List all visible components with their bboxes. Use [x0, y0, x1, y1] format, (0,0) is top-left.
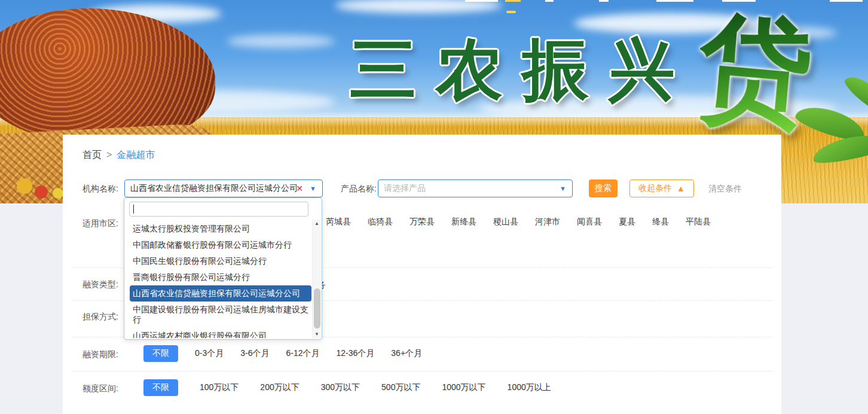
term-option[interactable]: 36+个月	[391, 348, 422, 359]
amount-option[interactable]: 1000万以下	[442, 382, 485, 393]
region-label: 适用市区:	[82, 218, 118, 229]
breadcrumb-separator: >	[106, 150, 112, 160]
dropdown-scrollbar[interactable]: ▲ ▼	[312, 220, 321, 338]
org-select[interactable]: 山西省农业信贷融资担保有限公司运城分公司 ✕ ▼	[124, 179, 323, 197]
region-option[interactable]: 闻喜县	[577, 217, 602, 227]
amount-option[interactable]: 300万以下	[321, 382, 360, 393]
scroll-down-icon[interactable]: ▼	[313, 331, 321, 337]
triangle-up-icon: ▲	[677, 184, 685, 193]
region-option[interactable]: 芮城县	[326, 217, 351, 227]
scroll-up-icon[interactable]: ▲	[313, 221, 321, 226]
top-nav-active-underline	[506, 11, 516, 13]
region-option[interactable]: 稷山县	[493, 217, 518, 227]
scrollbar-thumb[interactable]	[314, 288, 320, 328]
breadcrumb-current[interactable]: 金融超市	[117, 150, 155, 160]
dropdown-option-list: 运城太行股权投资管理有限公司中国邮政储蓄银行股份有限公司运城市分行中国民生银行股…	[124, 220, 311, 338]
region-options: 芮城县临猗县万荣县新绛县稷山县河津市闻喜县夏县绛县平陆县	[326, 217, 711, 227]
chevron-down-icon[interactable]: ▼	[560, 185, 566, 192]
collapse-conditions-label: 收起条件	[638, 183, 672, 194]
dropdown-option[interactable]: 中国邮政储蓄银行股份有限公司运城市分行	[130, 237, 311, 253]
financing-type-label: 融资类型:	[82, 279, 118, 290]
amount-options: 不限100万以下200万以下300万以下500万以下1000万以下1000万以上	[143, 379, 551, 396]
amount-option-selected[interactable]: 不限	[143, 379, 178, 396]
amount-option[interactable]: 200万以下	[260, 382, 299, 393]
amount-option[interactable]: 100万以下	[200, 382, 239, 393]
amount-option[interactable]: 1000万以上	[508, 382, 551, 393]
dropdown-option[interactable]: 山西运城农村商业银行股份有限公司	[130, 328, 311, 338]
top-nav-item-clipped-active[interactable]	[505, 0, 521, 2]
term-option-selected[interactable]: 不限	[143, 345, 178, 362]
dropdown-option[interactable]: 晋商银行股份有限公司运城分行	[130, 269, 311, 285]
region-option[interactable]: 新绛县	[451, 217, 476, 227]
region-option[interactable]: 万荣县	[409, 217, 435, 227]
clear-conditions-button[interactable]: 清空条件	[708, 184, 742, 194]
top-nav-item-clipped[interactable]	[656, 0, 693, 2]
fruit-decoration	[17, 178, 32, 194]
financing-term-label: 融资期限:	[82, 349, 118, 360]
dropdown-option[interactable]: 中国民生银行股份有限公司运城分行	[130, 253, 311, 269]
top-nav-item-clipped[interactable]	[465, 0, 498, 2]
guarantee-method-label: 担保方式:	[82, 312, 118, 322]
top-nav-item-clipped[interactable]	[545, 0, 554, 2]
filter-card: 首页>金融超市 机构名称: 山西省农业信贷融资担保有限公司运城分公司 ✕ ▼ 产…	[63, 135, 781, 414]
org-name-label: 机构名称:	[82, 184, 118, 194]
dropdown-option[interactable]: 中国建设银行股份有限公司运城住房城市建设支行	[130, 302, 311, 328]
term-option[interactable]: 6-12个月	[286, 348, 319, 359]
text-caret	[133, 205, 134, 214]
collapse-conditions-button[interactable]: 收起条件 ▲	[629, 179, 694, 197]
top-nav-item-clipped[interactable]	[830, 0, 863, 2]
search-button[interactable]: 搜索	[589, 179, 618, 197]
breadcrumb-home[interactable]: 首页	[82, 150, 102, 160]
breadcrumb: 首页>金融超市	[82, 149, 155, 162]
org-select-value: 山西省农业信贷融资担保有限公司运城分公司	[130, 183, 307, 194]
row-divider	[72, 371, 772, 372]
top-nav-item-clipped[interactable]	[722, 0, 756, 2]
term-options: 不限0-3个月3-6个月6-12个月12-36个月36+个月	[143, 345, 422, 362]
product-select[interactable]: 请选择产品 ▼	[378, 179, 573, 197]
product-select-placeholder: 请选择产品	[384, 183, 557, 194]
org-dropdown-panel: 运城太行股权投资管理有限公司中国邮政储蓄银行股份有限公司运城市分行中国民生银行股…	[124, 197, 322, 340]
term-option[interactable]: 3-6个月	[240, 348, 269, 359]
cloud	[227, 35, 335, 48]
region-option[interactable]: 河津市	[535, 217, 560, 227]
dropdown-option[interactable]: 运城太行股权投资管理有限公司	[130, 221, 311, 237]
clear-selection-icon[interactable]: ✕	[296, 184, 303, 193]
chevron-down-icon[interactable]: ▼	[310, 185, 316, 192]
dropdown-option-selected[interactable]: 山西省农业信贷融资担保有限公司运城分公司	[130, 285, 311, 302]
fruit-decoration	[53, 188, 63, 199]
amount-range-label: 额度区间:	[82, 383, 118, 394]
dropdown-search-input[interactable]	[129, 202, 308, 217]
banner-title-accent: 贷	[692, 0, 818, 153]
amount-option[interactable]: 500万以下	[381, 382, 420, 393]
term-option[interactable]: 0-3个月	[195, 348, 224, 359]
top-nav-item-clipped[interactable]	[599, 0, 609, 2]
fruit-decoration	[35, 185, 48, 199]
region-option[interactable]: 平陆县	[686, 217, 711, 227]
region-option[interactable]: 临猗县	[368, 217, 393, 227]
region-option[interactable]: 绛县	[652, 217, 669, 227]
product-name-label: 产品名称:	[341, 184, 377, 194]
banner-title: 三农振兴	[350, 25, 694, 115]
region-option[interactable]: 夏县	[619, 217, 635, 227]
term-option[interactable]: 12-36个月	[337, 348, 375, 359]
